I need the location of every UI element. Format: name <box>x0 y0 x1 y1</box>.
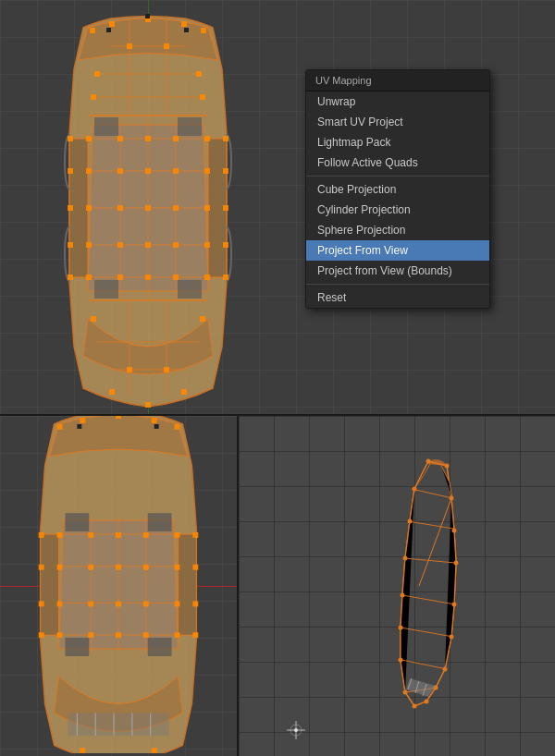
context-menu-title: UV Mapping <box>306 70 489 91</box>
menu-item-sphere[interactable]: Sphere Projection <box>306 220 489 240</box>
separator-2 <box>306 284 489 285</box>
uv-editor[interactable] <box>239 416 555 756</box>
context-menu: UV Mapping Unwrap Smart UV Project Light… <box>305 69 490 309</box>
menu-item-project-bounds[interactable]: Project from View (Bounds) <box>306 261 489 281</box>
bottom-left-viewport[interactable] <box>0 416 239 756</box>
top-viewport[interactable]: UV Mapping Unwrap Smart UV Project Light… <box>0 0 555 416</box>
menu-item-unwrap[interactable]: Unwrap <box>306 91 489 112</box>
uv-grid <box>239 416 555 756</box>
menu-item-lightmap[interactable]: Lightmap Pack <box>306 132 489 152</box>
menu-item-cylinder[interactable]: Cylinder Projection <box>306 200 489 220</box>
separator-1 <box>306 176 489 177</box>
vertical-axis-top <box>148 0 149 414</box>
menu-item-smart-uv[interactable]: Smart UV Project <box>306 112 489 132</box>
menu-item-project-from-view[interactable]: Project From View <box>306 240 489 261</box>
red-axis-horizontal <box>0 586 237 587</box>
menu-item-cube[interactable]: Cube Projection <box>306 179 489 200</box>
bottom-section <box>0 416 555 756</box>
menu-item-reset[interactable]: Reset <box>306 287 489 308</box>
menu-item-follow-active[interactable]: Follow Active Quads <box>306 152 489 173</box>
